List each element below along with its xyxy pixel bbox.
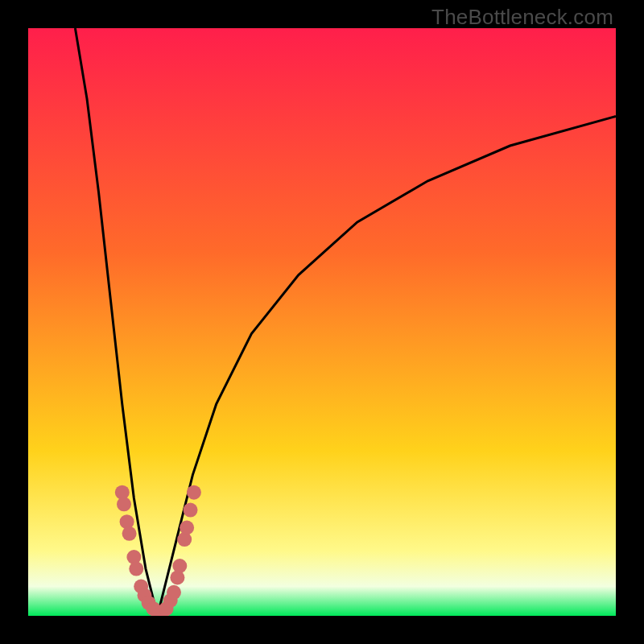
plot-area xyxy=(28,28,616,616)
data-dot xyxy=(117,497,131,511)
watermark-text: TheBottleneck.com xyxy=(431,5,613,30)
data-dot xyxy=(167,585,181,600)
data-dot xyxy=(129,562,143,576)
data-dot xyxy=(184,503,198,518)
data-dot xyxy=(172,559,187,573)
chart-svg xyxy=(28,28,616,616)
gradient-background xyxy=(28,28,616,616)
data-dot xyxy=(180,521,194,535)
data-dot xyxy=(187,485,201,500)
chart-stage: TheBottleneck.com xyxy=(0,0,644,644)
data-dot xyxy=(122,526,137,541)
